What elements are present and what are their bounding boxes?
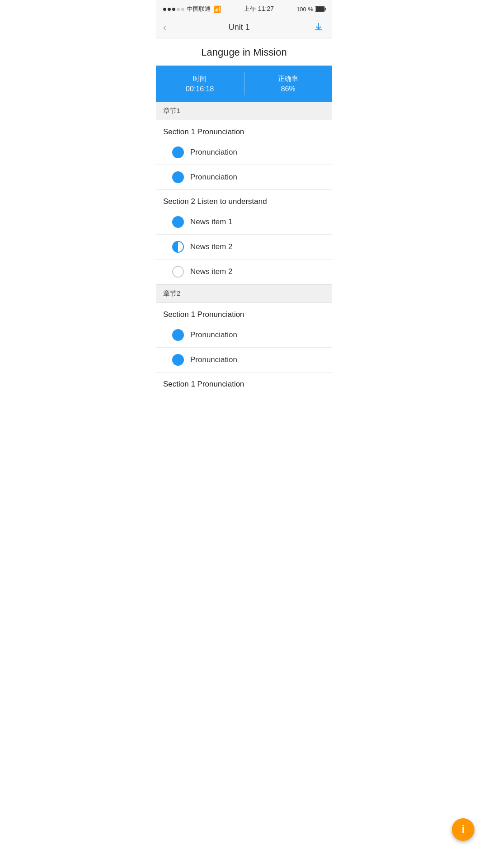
status-right: 100 % [296, 6, 325, 13]
content-area: 章节1 Section 1 Pronunciation Pronunciatio… [156, 102, 332, 392]
svg-rect-0 [315, 29, 322, 30]
list-item[interactable]: News item 2 [156, 259, 332, 284]
list-item[interactable]: Pronunciation [156, 165, 332, 190]
item-text: News item 2 [190, 267, 233, 276]
status-half-icon [172, 241, 184, 253]
status-empty-icon [172, 266, 184, 278]
chapter-2-label: 章节2 [163, 289, 180, 297]
item-text: Pronunciation [190, 330, 237, 340]
accuracy-stat: 正确率 86% [244, 66, 333, 102]
stats-banner: 时间 00:16:18 正确率 86% [156, 66, 332, 102]
time-value: 00:16:18 [186, 85, 214, 93]
accuracy-value: 86% [281, 85, 296, 93]
list-item[interactable]: Pronunciation [156, 323, 332, 348]
download-button[interactable] [312, 21, 325, 33]
status-full-icon [172, 354, 184, 366]
chapter-1-label: 章节1 [163, 107, 180, 114]
page-title: Languge in Mission [156, 38, 332, 66]
status-full-icon [172, 146, 184, 158]
status-bar: 中国联通 📶 上午 11:27 100 % [156, 0, 332, 16]
section-label-2-1: Section 1 Pronunciation [156, 303, 332, 323]
list-item[interactable]: Pronunciation [156, 348, 332, 373]
time-stat: 时间 00:16:18 [156, 66, 244, 102]
nav-title: Unit 1 [229, 23, 250, 32]
time-label: 时间 [193, 75, 206, 83]
wifi-icon: 📶 [213, 5, 221, 13]
list-item[interactable]: News item 1 [156, 210, 332, 235]
status-full-icon [172, 329, 184, 341]
item-text: News item 2 [190, 242, 233, 251]
item-text: Pronunciation [190, 173, 237, 182]
signal-icon [163, 8, 184, 11]
nav-bar: ‹ Unit 1 [156, 16, 332, 38]
section-label-2-2: Section 1 Pronunciation [156, 373, 332, 392]
list-item[interactable]: Pronunciation [156, 140, 332, 165]
status-left: 中国联通 📶 [163, 5, 221, 13]
status-time: 上午 11:27 [244, 5, 274, 13]
download-icon [313, 22, 324, 33]
chapter-header-1: 章节1 [156, 102, 332, 120]
back-button[interactable]: ‹ [163, 22, 166, 33]
battery-percent: 100 % [296, 6, 313, 13]
item-text: Pronunciation [190, 355, 237, 364]
list-item[interactable]: News item 2 [156, 235, 332, 259]
chapter-header-2: 章节2 [156, 284, 332, 303]
item-text: Pronunciation [190, 148, 237, 157]
section-label-1-2: Section 2 Listen to understand [156, 190, 332, 210]
item-text: News item 1 [190, 217, 233, 226]
status-full-icon [172, 171, 184, 183]
accuracy-label: 正确率 [278, 75, 298, 83]
status-full-icon [172, 216, 184, 228]
section-label-1-1: Section 1 Pronunciation [156, 120, 332, 140]
battery-icon [315, 6, 325, 12]
carrier-label: 中国联通 [187, 5, 211, 13]
